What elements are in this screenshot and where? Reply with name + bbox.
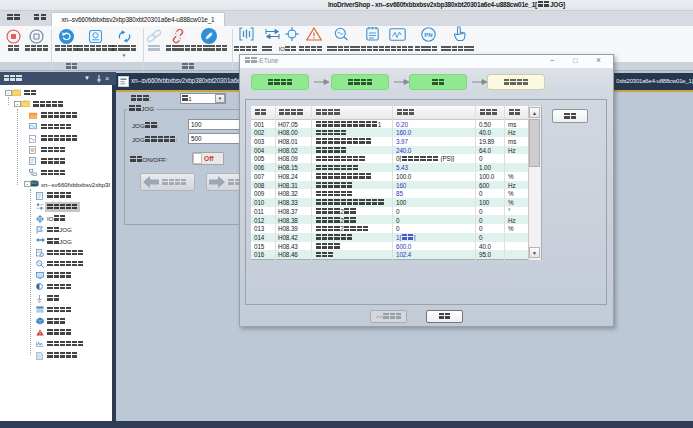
svg-text:PN: PN (424, 32, 432, 38)
